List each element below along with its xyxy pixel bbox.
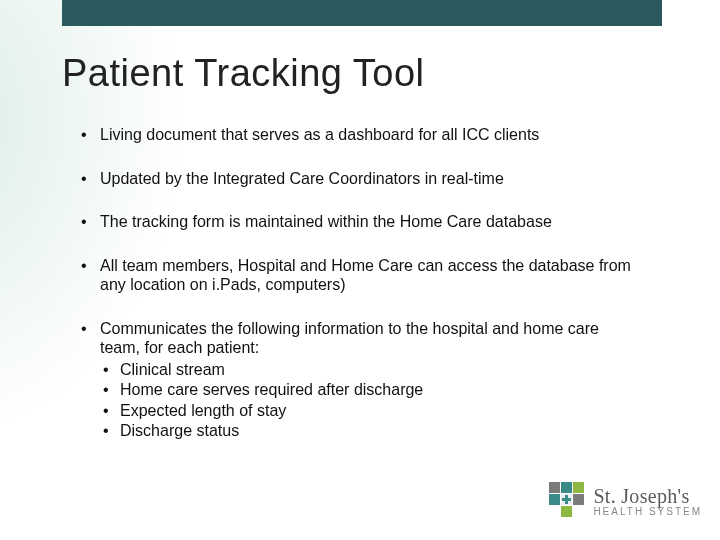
header-accent-bar: [62, 0, 662, 26]
sub-bullet-item: Home care serves required after discharg…: [100, 380, 638, 400]
svg-rect-2: [573, 482, 584, 493]
bullet-item: The tracking form is maintained within t…: [78, 212, 638, 232]
bullet-item: Living document that serves as a dashboa…: [78, 125, 638, 145]
bullet-text: Communicates the following information t…: [100, 320, 599, 357]
sub-bullet-item: Clinical stream: [100, 360, 638, 380]
sub-bullet-item: Discharge status: [100, 421, 638, 441]
bullet-item: Communicates the following information t…: [78, 319, 638, 441]
logo-name: St. Joseph's: [593, 486, 702, 507]
logo-subtitle: HEALTH SYSTEM: [593, 507, 702, 518]
bullet-item: Updated by the Integrated Care Coordinat…: [78, 169, 638, 189]
slide-body: Living document that serves as a dashboa…: [78, 125, 638, 465]
svg-rect-7: [562, 498, 571, 501]
slide-title: Patient Tracking Tool: [62, 52, 425, 95]
cross-icon: [549, 482, 585, 522]
bullet-item: All team members, Hospital and Home Care…: [78, 256, 638, 295]
footer-logo: St. Joseph's HEALTH SYSTEM: [549, 482, 702, 522]
svg-rect-9: [561, 506, 572, 517]
sub-bullet-item: Expected length of stay: [100, 401, 638, 421]
svg-rect-3: [549, 494, 560, 505]
svg-rect-1: [561, 482, 572, 493]
svg-rect-8: [573, 494, 584, 505]
svg-rect-0: [549, 482, 560, 493]
